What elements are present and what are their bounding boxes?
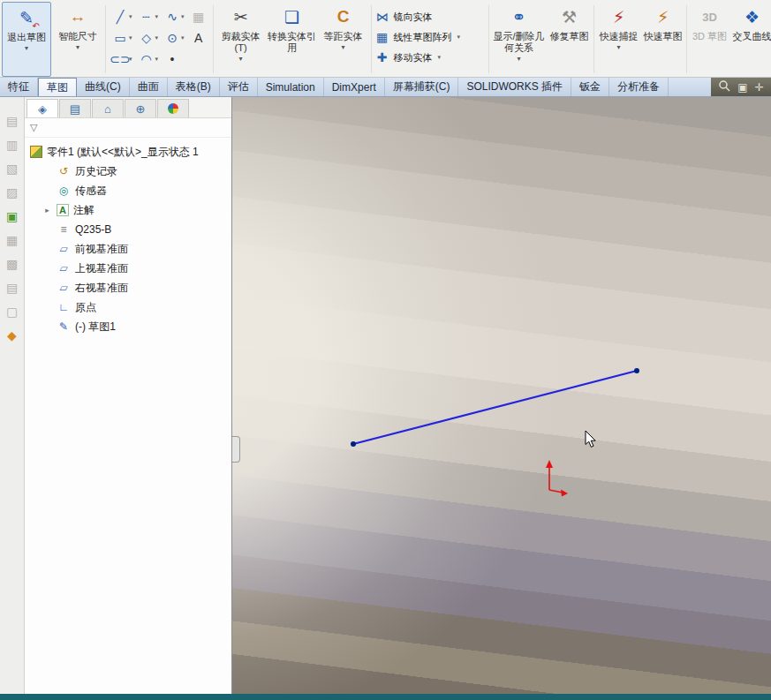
tree-item-annotations[interactable]: ▸ A 注解 bbox=[25, 200, 231, 220]
offset-entities-button[interactable]: C 等距实体 ▾ bbox=[319, 2, 368, 77]
dimxpertmanager-tab[interactable]: ⊕ bbox=[125, 99, 156, 117]
quick-snaps-dropdown-icon[interactable]: ▾ bbox=[617, 43, 621, 51]
plane-icon: ▱ bbox=[57, 281, 71, 295]
dropdown-caret-icon[interactable]: ▾ bbox=[155, 34, 159, 41]
material-icon: ≡ bbox=[57, 222, 71, 237]
side-tool-icon[interactable]: ▦ bbox=[4, 232, 20, 248]
configurationmanager-tab[interactable]: ⌂ bbox=[92, 99, 124, 117]
tree-item-part-root[interactable]: 零件1 (默认<<默认>_显示状态 1 bbox=[25, 142, 231, 162]
tree-item-right-plane[interactable]: ▱ 右视基准面 bbox=[25, 278, 231, 297]
sketch-line[interactable] bbox=[353, 371, 637, 444]
offset-dropdown-icon[interactable]: ▾ bbox=[342, 43, 345, 51]
arc-tool-button[interactable]: ◠▾ bbox=[139, 51, 159, 67]
panel-collapse-handle[interactable] bbox=[232, 436, 240, 463]
origin-icon: ∟ bbox=[57, 300, 71, 314]
point-tool-button[interactable]: • bbox=[164, 51, 180, 67]
polygon-tool-button[interactable]: ◇▾ bbox=[139, 30, 159, 46]
exit-sketch-dropdown-icon[interactable]: ▾ bbox=[25, 44, 28, 52]
left-tool-strip: ▤ ▥ ▧ ▨ ▣ ▦ ▩ ▤ ▢ ◆ bbox=[0, 97, 25, 694]
intersection-curve-button[interactable]: ❖ 交叉曲线 bbox=[732, 2, 771, 77]
tab-surfaces[interactable]: 曲面 bbox=[130, 78, 168, 96]
tree-item-history[interactable]: ↺ 历史记录 bbox=[25, 162, 231, 181]
text-tool-button[interactable]: A bbox=[191, 30, 207, 46]
tree-item-top-plane[interactable]: ▱ 上视基准面 bbox=[25, 259, 231, 278]
tree-item-label: 右视基准面 bbox=[75, 281, 128, 296]
tab-curves[interactable]: 曲线(C) bbox=[77, 78, 130, 96]
active-part-icon[interactable]: ▣ bbox=[4, 208, 20, 224]
display-relations-dropdown-icon[interactable]: ▾ bbox=[518, 55, 521, 63]
tree-item-front-plane[interactable]: ▱ 前视基准面 bbox=[25, 239, 231, 259]
propertymanager-tab[interactable]: ▤ bbox=[59, 99, 91, 117]
tab-solidworks-addins[interactable]: SOLIDWORKS 插件 bbox=[458, 78, 571, 96]
tab-simulation[interactable]: Simulation bbox=[258, 78, 324, 96]
convert-entities-button[interactable]: ❏ 转换实体引用 bbox=[268, 2, 317, 77]
tab-tables[interactable]: 表格(B) bbox=[168, 78, 220, 96]
side-tool-icon[interactable]: ▢ bbox=[4, 304, 20, 320]
dropdown-caret-icon[interactable]: ▾ bbox=[181, 34, 185, 41]
move-dropdown-icon[interactable]: ▾ bbox=[438, 54, 442, 61]
linear-pattern-button[interactable]: ▦ 线性草图阵列 ▾ bbox=[374, 30, 486, 44]
dropdown-caret-icon[interactable]: ▾ bbox=[155, 56, 159, 63]
graphics-viewport[interactable] bbox=[232, 97, 771, 694]
smart-dimension-button[interactable]: ↔ 智能尺寸 ▾ bbox=[53, 2, 102, 77]
ribbon-separator bbox=[105, 5, 106, 73]
centerline-tool-button[interactable]: ┄▾ bbox=[139, 9, 159, 25]
dropdown-caret-icon[interactable]: ▾ bbox=[129, 13, 132, 20]
tab-sketch[interactable]: 草图 bbox=[38, 78, 77, 96]
centerline-icon: ┄ bbox=[139, 9, 155, 25]
smart-dimension-dropdown-icon[interactable]: ▾ bbox=[76, 43, 79, 51]
display-delete-relations-button[interactable]: ⚭ 显示/删除几何关系 ▾ bbox=[492, 2, 547, 77]
trim-entities-button[interactable]: ✂ 剪裁实体(T) ▾ bbox=[216, 2, 266, 77]
side-tool-icon[interactable]: ▥ bbox=[4, 137, 20, 153]
line-tool-button[interactable]: ╱▾ bbox=[112, 9, 132, 25]
tree-item-material[interactable]: ≡ Q235-B bbox=[25, 220, 231, 239]
propertymanager-icon: ▤ bbox=[70, 102, 80, 116]
quick-snaps-button[interactable]: ⚡ 快速捕捉 ▾ bbox=[597, 2, 641, 77]
trim-dropdown-icon[interactable]: ▾ bbox=[239, 55, 243, 63]
move-entities-button[interactable]: ✚ 移动实体 ▾ bbox=[374, 50, 486, 64]
section-view-icon[interactable]: ▣ bbox=[737, 81, 747, 94]
mirror-entities-button[interactable]: ⋈ 镜向实体 bbox=[374, 10, 486, 24]
spline-tool-button[interactable]: ∿▾ bbox=[164, 9, 185, 25]
ribbon-tab-bar: 特征 草图 曲线(C) 曲面 表格(B) 评估 Simulation DimXp… bbox=[0, 78, 771, 97]
ribbon-separator bbox=[686, 5, 687, 73]
side-tool-icon[interactable]: ▤ bbox=[4, 113, 20, 129]
tree-item-origin[interactable]: ∟ 原点 bbox=[25, 297, 231, 317]
mirror-entities-icon: ⋈ bbox=[374, 10, 390, 24]
tree-item-sensors[interactable]: ◎ 传感器 bbox=[25, 181, 231, 200]
sketch-endpoint-2[interactable] bbox=[634, 368, 639, 373]
tab-evaluate[interactable]: 评估 bbox=[220, 78, 258, 96]
ribbon-separator bbox=[488, 5, 489, 73]
side-tool-icon[interactable]: ▧ bbox=[4, 161, 20, 177]
linear-pattern-dropdown-icon[interactable]: ▾ bbox=[457, 34, 461, 41]
intersection-curve-label: 交叉曲线 bbox=[733, 31, 771, 42]
view-orientation-icon[interactable]: ✛ bbox=[755, 81, 764, 94]
exit-sketch-button[interactable]: ✎↶ 退出草图 ▾ bbox=[2, 2, 51, 77]
tab-screen-capture[interactable]: 屏幕捕获(C) bbox=[385, 78, 459, 96]
rapid-sketch-button[interactable]: ⚡ 快速草图 bbox=[643, 2, 684, 77]
tree-filter-bar[interactable]: ▽ bbox=[25, 118, 231, 138]
zoom-icon[interactable] bbox=[718, 79, 730, 94]
tree-item-sketch1[interactable]: ✎ (-) 草图1 bbox=[25, 317, 231, 336]
circle-tool-button[interactable]: ⊙▾ bbox=[164, 30, 185, 46]
side-tool-icon[interactable]: ▤ bbox=[4, 280, 20, 296]
displaymanager-tab[interactable] bbox=[157, 99, 189, 117]
side-tool-icon[interactable]: ▨ bbox=[4, 184, 20, 200]
sketch-endpoint-1[interactable] bbox=[351, 441, 356, 447]
rectangle-tool-button[interactable]: ▭▾ bbox=[112, 30, 132, 46]
featuremanager-tab[interactable]: ◈ bbox=[26, 99, 58, 117]
side-tool-icon[interactable]: ▩ bbox=[4, 256, 20, 272]
dropdown-caret-icon[interactable]: ▾ bbox=[129, 56, 132, 63]
tab-dimxpert[interactable]: DimXpert bbox=[324, 78, 385, 96]
tab-sheet-metal[interactable]: 钣金 bbox=[571, 78, 609, 96]
dropdown-caret-icon[interactable]: ▾ bbox=[181, 13, 185, 20]
expand-arrow-icon[interactable]: ▸ bbox=[42, 206, 52, 215]
side-tool-icon[interactable]: ◆ bbox=[4, 327, 20, 343]
dropdown-caret-icon[interactable]: ▾ bbox=[155, 13, 159, 20]
dropdown-caret-icon[interactable]: ▾ bbox=[129, 34, 132, 41]
tab-analysis-preparation[interactable]: 分析准备 bbox=[609, 78, 669, 96]
slot-tool-button[interactable]: ⊂⊃▾ bbox=[112, 51, 132, 67]
convert-entities-icon: ❏ bbox=[281, 5, 304, 28]
tab-features[interactable]: 特征 bbox=[0, 78, 38, 96]
repair-sketch-button[interactable]: ⚒ 修复草图 bbox=[548, 2, 591, 77]
